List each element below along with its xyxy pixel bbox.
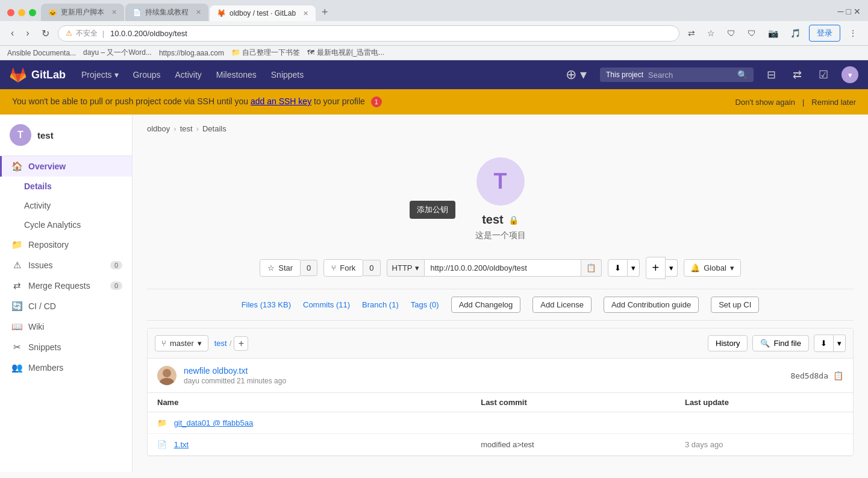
bookmark-4[interactable]: 📁 自己整理一下书签 [231, 48, 300, 58]
breadcrumb-test[interactable]: test [180, 124, 193, 133]
bookmark-1[interactable]: Ansible Documenta... [7, 49, 76, 57]
nav-groups[interactable]: Groups [127, 65, 167, 84]
setup-ci-btn[interactable]: Set up CI [711, 297, 759, 313]
file-explorer-actions: History 🔍 Find file ⬇ ▾ [708, 335, 846, 352]
remind-later-link[interactable]: Remind later [811, 98, 856, 107]
sidebar-item-snippets[interactable]: ✂ Snippets [0, 337, 132, 357]
file-link-1[interactable]: git_data01 @ ffabb5aa [174, 418, 254, 427]
sidebar-item-merge-requests[interactable]: ⇄ Merge Requests 0 [0, 275, 132, 296]
breadcrumb-oldboy[interactable]: oldboy [147, 124, 170, 133]
bookmark-5[interactable]: 🗺 最新电视剧_迅雷电... [307, 48, 384, 58]
extension-btn-4[interactable]: 🎵 [787, 27, 804, 40]
search-input[interactable] [648, 71, 732, 80]
file-link-2[interactable]: 1.txt [174, 440, 189, 449]
project-overview: T test 🔒 这是一个项目 [147, 145, 854, 247]
url-text[interactable]: 10.0.0.200/oldboy/test [110, 29, 672, 38]
extension-btn-3[interactable]: 📷 [764, 27, 782, 40]
nav-projects[interactable]: Projects ▾ [75, 65, 125, 84]
window-close-btn[interactable] [7, 9, 14, 16]
file-icon: 📄 [157, 440, 167, 449]
bookmark-2[interactable]: dayu – 又一个Word... [83, 48, 152, 58]
download-dropdown-btn[interactable]: ▾ [628, 259, 640, 277]
sidebar-item-ci-cd[interactable]: 🔄 CI / CD [0, 296, 132, 316]
history-btn[interactable]: History [708, 335, 748, 351]
minimize-window-btn[interactable]: ─ [838, 7, 844, 16]
sidebar-item-activity[interactable]: Activity [0, 196, 132, 215]
extension-btn-2[interactable]: 🛡 [744, 27, 760, 40]
sidebar-item-cycle-analytics[interactable]: Cycle Analytics [0, 215, 132, 234]
tags-stat[interactable]: Tags (0) [411, 300, 439, 309]
translate-btn[interactable]: ⇄ [684, 27, 699, 40]
header-search[interactable]: This project 🔍 [600, 68, 754, 82]
close-window-btn[interactable]: ✕ [854, 7, 861, 16]
commit-message[interactable]: newfile oldboy.txt [184, 366, 783, 376]
branch-stat[interactable]: Branch (1) [362, 300, 399, 309]
sidebar-item-repository[interactable]: 📁 Repository [0, 234, 132, 255]
sidebar-item-overview[interactable]: 🏠 Overview [0, 156, 132, 177]
path-root[interactable]: test [214, 339, 227, 348]
dont-show-again-link[interactable]: Don't show again [735, 98, 795, 107]
notify-btn[interactable]: 🔔 Global ▾ [684, 259, 741, 277]
latest-commit-row: newfile oldboy.txt dayu committed 21 min… [148, 359, 853, 393]
bookmark-btn[interactable]: ☆ [704, 27, 719, 40]
restore-window-btn[interactable]: □ [846, 7, 851, 16]
tab-3-close[interactable]: ✕ [303, 10, 308, 17]
nav-snippets[interactable]: Snippets [265, 65, 310, 84]
bookmark-3[interactable]: https://blog.aaa.com [159, 49, 224, 57]
commits-stat[interactable]: Commits (11) [303, 300, 350, 309]
forward-button[interactable]: › [22, 26, 33, 40]
add-license-btn[interactable]: Add License [532, 297, 592, 313]
window-maximize-btn[interactable] [29, 9, 36, 16]
nav-activity[interactable]: Activity [169, 65, 208, 84]
add-contribution-guide-btn[interactable]: Add Contribution guide [604, 297, 699, 313]
browser-tab-2[interactable]: 📄 持续集成教程 ✕ [125, 4, 208, 21]
download-btn[interactable]: ⬇ [608, 259, 628, 277]
explorer-download-dropdown-btn[interactable]: ▾ [834, 335, 846, 352]
browser-tab-1[interactable]: 🐱 更新用户脚本 ✕ [41, 4, 124, 21]
browser-tab-3[interactable]: 🦊 oldboy / test · GitLab ✕ [210, 5, 316, 21]
copy-hash-btn[interactable]: 📋 [833, 371, 843, 380]
new-item-btn[interactable]: ⊕ ▾ [562, 63, 590, 86]
gitlab-logo[interactable]: GitLab [10, 66, 66, 83]
user-menu-btn[interactable]: ▾ [841, 66, 858, 83]
star-button[interactable]: ☆ Star [260, 259, 301, 277]
repo-url-input[interactable] [425, 259, 581, 277]
browser-login-btn[interactable]: 登录 [809, 25, 840, 42]
sidebar-item-wiki[interactable]: 📖 Wiki [0, 316, 132, 337]
sidebar: T test 🏠 Overview Details Activity Cycle… [0, 115, 133, 472]
add-changelog-btn[interactable]: Add Changelog [451, 297, 521, 313]
sidebar-item-details[interactable]: Details [0, 177, 132, 196]
copy-url-btn[interactable]: 📋 [581, 259, 602, 277]
nav-milestones[interactable]: Milestones [210, 65, 263, 84]
extension-btn-1[interactable]: 🛡 [723, 27, 739, 40]
window-minimize-btn[interactable] [18, 9, 25, 16]
add-file-btn[interactable]: + [646, 257, 666, 279]
issues-icon-btn[interactable]: ☑ [815, 64, 832, 85]
path-parts: test / + [214, 336, 249, 351]
url-protocol-select[interactable]: HTTP ▾ [387, 259, 425, 277]
menu-btn[interactable]: ⋮ [845, 27, 861, 40]
sidebar-item-members[interactable]: 👥 Members [0, 357, 132, 378]
files-stat[interactable]: Files (133 KB) [242, 300, 291, 309]
bell-icon: 🔔 [690, 263, 700, 272]
file-stats-row: Files (133 KB) Commits (11) Branch (1) T… [147, 289, 854, 321]
add-path-btn[interactable]: + [234, 336, 248, 351]
merge-request-icon-btn[interactable]: ⇄ [789, 64, 805, 85]
address-bar[interactable]: ⚠ 不安全 | 10.0.0.200/oldboy/test [58, 25, 679, 42]
explorer-download-btn[interactable]: ⬇ [814, 335, 834, 352]
new-tab-button[interactable]: + [317, 4, 333, 21]
panel-toggle-btn[interactable]: ⊟ [763, 64, 779, 85]
fork-button[interactable]: ⑂ Fork [323, 259, 363, 277]
ssh-key-link[interactable]: add an SSH key [251, 96, 311, 106]
add-dropdown-btn[interactable]: ▾ [666, 259, 678, 277]
find-file-btn[interactable]: 🔍 Find file [752, 335, 809, 351]
sidebar-item-issues[interactable]: ⚠ Issues 0 [0, 255, 132, 275]
branch-icon: ⑂ [161, 339, 166, 348]
sidebar-activity-label: Activity [24, 201, 51, 210]
reload-button[interactable]: ↻ [38, 26, 53, 41]
back-button[interactable]: ‹ [7, 26, 17, 40]
tab-1-close[interactable]: ✕ [111, 8, 117, 16]
tab-2-close[interactable]: ✕ [196, 8, 201, 16]
folder-icon: 📁 [157, 418, 167, 427]
branch-selector[interactable]: ⑂ master ▾ [155, 335, 208, 351]
